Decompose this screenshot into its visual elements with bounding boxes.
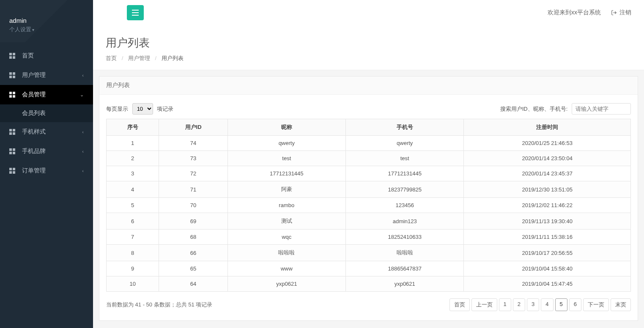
svg-rect-10 <box>9 95 12 98</box>
per-page-control: 每页显示 10 项记录 <box>106 103 173 115</box>
search-input[interactable] <box>572 103 631 115</box>
logout-label: 注销 <box>619 9 631 16</box>
grid-icon <box>9 129 16 135</box>
page-2[interactable]: 2 <box>513 298 525 311</box>
table-cell: 2 <box>107 151 159 166</box>
nav-item-3[interactable]: 手机样式‹ <box>0 122 93 142</box>
svg-rect-0 <box>9 53 12 55</box>
table-cell: 10 <box>107 276 159 292</box>
table-cell: 2019/11/13 19:30:40 <box>464 213 631 230</box>
table-footer: 当前数据为 41 - 50 条数据；总共 51 项记录 首页上一页123456下… <box>106 298 631 311</box>
table-cell: 71 <box>159 181 227 198</box>
nav-item-label: 手机品牌 <box>22 148 46 155</box>
table-cell: yxp0621 <box>346 276 464 292</box>
svg-rect-17 <box>13 148 15 151</box>
table-info: 当前数据为 41 - 50 条数据；总共 51 项记录 <box>106 301 212 309</box>
search-label: 搜索用户ID、昵称、手机号: <box>500 106 568 112</box>
svg-rect-24 <box>132 10 139 11</box>
table-row: 965www188656478372019/10/04 15:58:40 <box>107 261 631 276</box>
chevron-down-icon: ⌄ <box>80 92 84 98</box>
nav-item-5[interactable]: 订单管理‹ <box>0 161 93 180</box>
nav-item-2[interactable]: 会员管理⌄ <box>0 85 93 104</box>
table-header[interactable]: 手机号 <box>346 119 464 136</box>
nav-item-label: 首页 <box>22 52 34 60</box>
table-cell: 68 <box>159 230 227 245</box>
svg-rect-23 <box>13 171 15 174</box>
per-page-select[interactable]: 10 <box>132 103 153 115</box>
svg-rect-13 <box>13 129 15 131</box>
page-prev[interactable]: 上一页 <box>471 298 497 311</box>
table-row: 174qwertyqwerty2020/01/25 21:46:53 <box>107 136 631 151</box>
chevron-left-icon: ‹ <box>82 149 84 154</box>
page-5[interactable]: 5 <box>555 298 567 311</box>
breadcrumb-parent[interactable]: 用户管理 <box>128 55 150 61</box>
table-cell: 2019/12/30 13:51:05 <box>464 181 631 198</box>
table-cell: 2019/10/17 20:56:55 <box>464 245 631 261</box>
table-cell: www <box>227 261 345 276</box>
data-table: 序号用户ID昵称手机号注册时间 174qwertyqwerty2020/01/2… <box>106 119 631 292</box>
table-header[interactable]: 注册时间 <box>464 119 631 136</box>
page-3[interactable]: 3 <box>527 298 539 311</box>
table-row: 570rambo1234562019/12/02 11:46:22 <box>107 198 631 213</box>
content: 用户列表 首页 / 用户管理 / 用户列表 用户列表 每页显示 <box>93 25 644 328</box>
table-cell: 74 <box>159 136 227 151</box>
personal-settings-link[interactable]: 个人设置 ▾ <box>9 26 34 33</box>
per-page-suffix: 项记录 <box>157 106 173 112</box>
table-cell: 18865647837 <box>346 261 464 276</box>
table-cell: 4 <box>107 181 159 198</box>
nav-menu: 首页用户管理‹会员管理⌄会员列表手机样式‹手机品牌‹订单管理‹ <box>0 46 93 180</box>
table-cell: rambo <box>227 198 345 213</box>
table-cell: 测试 <box>227 213 345 230</box>
nav-item-0[interactable]: 首页 <box>0 46 93 66</box>
table-cell: 6 <box>107 213 159 230</box>
table-cell: 65 <box>159 261 227 276</box>
table-row: 768wqc182524106332019/11/11 15:38:16 <box>107 230 631 245</box>
chevron-left-icon: ‹ <box>82 129 84 134</box>
table-cell: 18252410633 <box>346 230 464 245</box>
page-last[interactable]: 末页 <box>611 298 631 311</box>
table-row: 37217712131445177121314452020/01/14 23:4… <box>107 166 631 181</box>
grid-icon <box>9 168 16 174</box>
svg-rect-22 <box>9 171 12 174</box>
nav-item-label: 订单管理 <box>22 167 46 175</box>
table-cell: 2019/10/04 15:47:45 <box>464 276 631 292</box>
table-cell: 2020/01/25 21:46:53 <box>464 136 631 151</box>
page-4[interactable]: 4 <box>541 298 553 311</box>
page-6[interactable]: 6 <box>569 298 581 311</box>
nav-item-4[interactable]: 手机品牌‹ <box>0 142 93 161</box>
table-cell: 2019/10/04 15:58:40 <box>464 261 631 276</box>
table-header[interactable]: 昵称 <box>227 119 345 136</box>
svg-rect-4 <box>9 72 12 75</box>
hamburger-icon <box>132 10 139 16</box>
svg-rect-26 <box>132 15 139 16</box>
table-cell: 2019/12/02 11:46:22 <box>464 198 631 213</box>
table-row: 1064yxp0621yxp06212019/10/04 15:47:45 <box>107 276 631 292</box>
toggle-sidebar-button[interactable] <box>127 5 144 20</box>
table-cell: 72 <box>159 166 227 181</box>
sidebar-header: admin 个人设置 ▾ <box>0 0 93 42</box>
nav-item-1[interactable]: 用户管理‹ <box>0 66 93 85</box>
page-title: 用户列表 <box>106 36 631 50</box>
svg-rect-20 <box>9 168 12 170</box>
pagination: 首页上一页123456下一页末页 <box>449 298 631 311</box>
logout-button[interactable]: 注销 <box>611 9 631 16</box>
table-cell: 64 <box>159 276 227 292</box>
table-cell: 8 <box>107 245 159 261</box>
table-row: 471阿豪182377998252019/12/30 13:51:05 <box>107 181 631 198</box>
page-next[interactable]: 下一页 <box>583 298 609 311</box>
page-1[interactable]: 1 <box>499 298 511 311</box>
breadcrumb-current: 用户列表 <box>162 55 184 61</box>
table-cell: 73 <box>159 151 227 166</box>
svg-rect-11 <box>13 95 15 98</box>
nav-sub-item-2-0[interactable]: 会员列表 <box>0 104 93 122</box>
svg-rect-6 <box>9 76 12 78</box>
page-first[interactable]: 首页 <box>449 298 470 311</box>
table-header[interactable]: 用户ID <box>159 119 227 136</box>
table-cell: 2020/01/14 23:45:37 <box>464 166 631 181</box>
breadcrumb-home[interactable]: 首页 <box>106 55 117 61</box>
svg-rect-21 <box>13 168 15 170</box>
svg-rect-19 <box>13 152 15 154</box>
table-header[interactable]: 序号 <box>107 119 159 136</box>
table-row: 669测试admin1232019/11/13 19:30:40 <box>107 213 631 230</box>
grid-icon <box>9 53 16 59</box>
